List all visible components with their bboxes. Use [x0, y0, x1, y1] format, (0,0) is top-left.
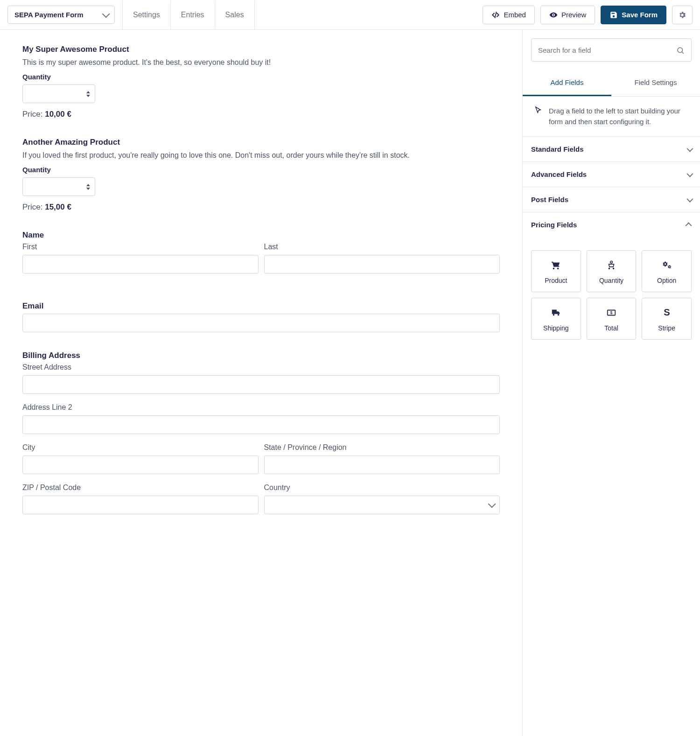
line2-label: Address Line 2: [22, 403, 500, 412]
field-card-label: Quantity: [599, 277, 623, 284]
price-line: Price: 15,00 €: [22, 203, 500, 212]
preview-label: Preview: [561, 11, 586, 19]
zip-label: ZIP / Postal Code: [22, 484, 259, 492]
price-value: 10,00 €: [45, 110, 71, 119]
email-label: Email: [22, 301, 500, 311]
field-card-option[interactable]: Option: [642, 250, 692, 292]
hint-row: Drag a field to the left to start buildi…: [523, 97, 700, 137]
nav-tab-sales[interactable]: Sales: [215, 0, 255, 29]
billing-label: Billing Address: [22, 351, 500, 360]
truck-icon: [551, 308, 561, 318]
chevron-down-icon: [488, 500, 496, 508]
field-card-label: Total: [604, 324, 618, 332]
first-name-label: First: [22, 243, 259, 251]
quantity-stepper[interactable]: [22, 177, 95, 196]
toolbar: SEPA Payment Form Settings Entries Sales…: [0, 0, 700, 30]
product-title: My Super Awesome Product: [22, 45, 500, 54]
nav-tab-settings[interactable]: Settings: [122, 0, 171, 29]
name-field[interactable]: Name First Last: [22, 231, 500, 283]
field-card-stripe[interactable]: S Stripe: [642, 298, 692, 340]
embed-label: Embed: [504, 11, 526, 19]
street-input[interactable]: [22, 375, 500, 394]
quantity-stepper[interactable]: [22, 84, 95, 103]
email-field[interactable]: Email: [22, 301, 500, 332]
preview-button[interactable]: Preview: [540, 6, 595, 24]
chevron-down-icon: [686, 145, 693, 152]
cart-icon: [551, 260, 561, 270]
stepper-icon: [86, 184, 90, 190]
settings-gear-button[interactable]: [672, 6, 693, 24]
field-card-label: Option: [657, 277, 676, 284]
gears-icon: [662, 260, 672, 270]
product-field-1[interactable]: My Super Awesome Product This is my supe…: [22, 45, 500, 119]
chevron-down-icon: [686, 170, 693, 177]
form-selector-dropdown[interactable]: SEPA Payment Form: [7, 6, 115, 24]
price-label: Price:: [22, 203, 42, 211]
last-name-input[interactable]: [264, 255, 500, 273]
price-label: Price:: [22, 110, 42, 119]
pricing-fields-grid: Product Quantity Option Shipping: [523, 237, 700, 348]
accordion-label: Pricing Fields: [531, 221, 577, 229]
state-label: State / Province / Region: [264, 443, 500, 452]
quantity-label: Quantity: [22, 166, 500, 174]
cart-plus-icon: [606, 260, 616, 270]
email-input[interactable]: [22, 314, 500, 332]
nav-tabs: Settings Entries Sales: [122, 0, 255, 29]
accordion-post-fields[interactable]: Post Fields: [523, 187, 700, 212]
embed-button[interactable]: Embed: [483, 6, 535, 24]
save-form-button[interactable]: Save Form: [601, 6, 666, 24]
chevron-down-icon: [102, 10, 110, 18]
quantity-label: Quantity: [22, 73, 500, 81]
billing-address-field[interactable]: Billing Address Street Address Address L…: [22, 351, 500, 514]
first-name-input[interactable]: [22, 255, 259, 273]
city-label: City: [22, 443, 259, 452]
nav-tab-entries[interactable]: Entries: [171, 0, 215, 29]
cursor-icon: [534, 106, 542, 118]
money-icon: $: [606, 308, 616, 318]
field-card-label: Stripe: [658, 324, 675, 332]
field-card-total[interactable]: $ Total: [587, 298, 637, 340]
gear-icon: [678, 11, 686, 19]
line2-input[interactable]: [22, 415, 500, 434]
search-input[interactable]: [538, 46, 676, 54]
stripe-icon: S: [662, 308, 672, 318]
product-description: If you loved the first product, you're r…: [22, 150, 500, 161]
zip-input[interactable]: [22, 496, 259, 514]
product-title: Another Amazing Product: [22, 138, 500, 147]
svg-text:S: S: [664, 308, 670, 317]
tab-add-fields[interactable]: Add Fields: [523, 70, 611, 96]
hint-text: Drag a field to the left to start buildi…: [549, 106, 689, 127]
country-select[interactable]: [264, 496, 500, 514]
accordion-advanced-fields[interactable]: Advanced Fields: [523, 162, 700, 187]
accordion-label: Standard Fields: [531, 145, 584, 153]
field-card-product[interactable]: Product: [531, 250, 581, 292]
state-input[interactable]: [264, 456, 500, 474]
eye-icon: [549, 11, 558, 19]
last-name-label: Last: [264, 243, 500, 251]
svg-text:$: $: [610, 311, 613, 315]
svg-point-2: [668, 266, 670, 268]
field-card-label: Shipping: [543, 324, 569, 332]
name-label: Name: [22, 231, 500, 240]
chevron-up-icon: [686, 222, 692, 229]
product-field-2[interactable]: Another Amazing Product If you loved the…: [22, 138, 500, 212]
country-label: Country: [264, 484, 500, 492]
field-search-box[interactable]: [531, 38, 692, 62]
code-icon: [491, 11, 500, 19]
save-label: Save Form: [622, 11, 658, 19]
accordion-pricing-fields[interactable]: Pricing Fields: [523, 212, 700, 237]
search-icon: [676, 46, 685, 54]
product-description: This is my super awesome product. It's t…: [22, 57, 500, 68]
field-card-label: Product: [545, 277, 567, 284]
form-canvas: My Super Awesome Product This is my supe…: [0, 30, 523, 736]
side-panel: Add Fields Field Settings Drag a field t…: [523, 30, 700, 736]
city-input[interactable]: [22, 456, 259, 474]
field-card-quantity[interactable]: Quantity: [587, 250, 637, 292]
panel-tabs: Add Fields Field Settings: [523, 70, 700, 97]
svg-point-0: [678, 48, 683, 53]
accordion-standard-fields[interactable]: Standard Fields: [523, 137, 700, 162]
save-icon: [609, 11, 618, 19]
tab-field-settings[interactable]: Field Settings: [611, 70, 700, 96]
accordion-label: Post Fields: [531, 196, 568, 203]
field-card-shipping[interactable]: Shipping: [531, 298, 581, 340]
